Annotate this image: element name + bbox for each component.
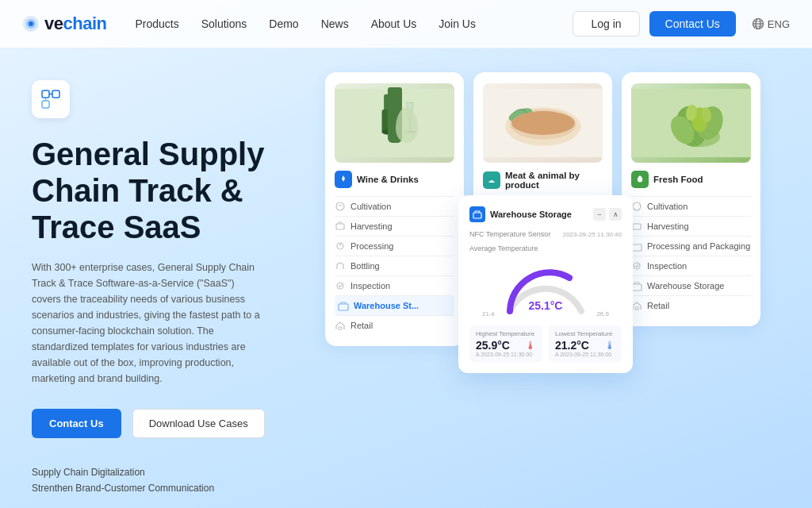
fresh-item-6: Retail xyxy=(631,295,751,315)
contact-hero-button[interactable]: Contact Us xyxy=(32,409,121,438)
hero-buttons: Contact Us Download Use Cases xyxy=(32,409,301,438)
svg-rect-8 xyxy=(42,90,49,98)
sensor-label: NFC Temperature Sensor xyxy=(469,230,550,238)
wine-retail: Retail xyxy=(350,321,373,330)
svg-rect-9 xyxy=(52,90,59,98)
thermometer-high-icon: 🌡 xyxy=(525,339,536,352)
fresh-inspection: Inspection xyxy=(647,261,687,271)
main-content: General Supply Chain Track & Trace SaaS … xyxy=(0,48,812,508)
svg-point-29 xyxy=(530,115,557,129)
fresh-cat-header: Fresh Food xyxy=(631,171,751,188)
fresh-cat-icon xyxy=(631,171,649,188)
meat-image-svg xyxy=(483,83,603,163)
hero-section: General Supply Chain Track & Trace SaaS … xyxy=(32,72,301,495)
wine-item-5: Inspection xyxy=(335,275,454,295)
svg-rect-19 xyxy=(336,224,344,229)
logo-icon xyxy=(22,15,40,33)
warehouse-header: Warehouse Storage − ∧ xyxy=(469,206,622,222)
fresh-image-svg xyxy=(631,83,751,163)
wine-inspection: Inspection xyxy=(350,281,390,291)
nav-item-join[interactable]: Join Us xyxy=(439,17,476,30)
highest-temp-box: Highest Temperature 25.9°C 🌡 A 2023-09-2… xyxy=(469,325,542,362)
wine-item-1: Cultivation xyxy=(335,196,454,216)
fresh-processing: Processing and Packaging xyxy=(647,241,750,251)
login-button[interactable]: Log in xyxy=(573,11,639,37)
svg-point-16 xyxy=(382,129,396,135)
hero-title: General Supply Chain Track & Trace SaaS xyxy=(32,136,301,245)
fresh-harvesting: Harvesting xyxy=(647,221,689,231)
gauge-scale: 21.4 26.9 xyxy=(469,310,622,318)
svg-rect-47 xyxy=(635,307,638,310)
thermometer-low-icon: 🌡 xyxy=(604,339,615,352)
nav-item-news[interactable]: News xyxy=(321,17,349,30)
warehouse-collapse-btn[interactable]: − xyxy=(593,208,606,221)
highest-temp-val: 25.9°C xyxy=(476,339,510,352)
download-button[interactable]: Download Use Cases xyxy=(132,409,265,438)
fresh-image xyxy=(631,83,751,163)
fresh-cultivation: Cultivation xyxy=(647,202,688,211)
warehouse-icon xyxy=(469,206,485,222)
sensor-row: NFC Temperature Sensor 2023-09-25 11:30:… xyxy=(469,230,622,238)
svg-rect-46 xyxy=(632,284,642,291)
wine-item-2: Harvesting xyxy=(335,216,454,236)
svg-point-27 xyxy=(511,110,576,140)
wine-warehouse: Warehouse St... xyxy=(354,301,419,310)
nav-item-about[interactable]: About Us xyxy=(371,17,417,30)
fresh-retail: Retail xyxy=(647,301,669,310)
svg-point-18 xyxy=(336,202,344,210)
wine-image-svg xyxy=(335,83,454,163)
contact-nav-button[interactable]: Contact Us xyxy=(649,11,736,37)
wine-item-7: Retail xyxy=(335,315,454,335)
logo[interactable]: vechain xyxy=(22,13,106,34)
nav-actions: Log in Contact Us ENG xyxy=(573,11,790,37)
nav-item-products[interactable]: Products xyxy=(135,17,178,30)
svg-rect-13 xyxy=(335,89,454,157)
bottom-link-1[interactable]: Supply Chain Digitalization xyxy=(32,467,301,478)
wine-cat-icon xyxy=(335,171,352,188)
svg-rect-48 xyxy=(473,213,481,218)
wine-processing: Processing xyxy=(350,241,393,251)
hero-description: With 300+ enterprise cases, General Supp… xyxy=(32,260,262,387)
svg-rect-43 xyxy=(633,224,641,229)
meat-cat-title: Meat & animal by product xyxy=(505,171,603,190)
wine-harvesting: Harvesting xyxy=(350,221,393,231)
lowest-temp-label: Lowest Temperature xyxy=(555,330,615,337)
nav-links: Products Solutions Demo News About Us Jo… xyxy=(135,17,573,30)
warehouse-expand-btn[interactable]: ∧ xyxy=(609,208,622,221)
fresh-item-1: Cultivation xyxy=(631,196,751,216)
warehouse-controls: − ∧ xyxy=(593,208,622,221)
lowest-temp-box: Lowest Temperature 21.2°C 🌡 A 2023-09-25… xyxy=(549,325,622,362)
language-selector[interactable]: ENG xyxy=(752,17,790,30)
meat-image xyxy=(483,83,603,163)
avg-temp-label: Average Temperature xyxy=(469,244,622,252)
svg-rect-24 xyxy=(339,327,342,329)
wine-cat-title: Wine & Drinks xyxy=(357,175,419,184)
wine-cat-header: Wine & Drinks xyxy=(335,171,454,188)
nav-item-demo[interactable]: Demo xyxy=(269,17,298,30)
fresh-item-2: Harvesting xyxy=(631,216,751,236)
highest-temp-label: Highest Temperature xyxy=(476,330,536,337)
cards-section: Wine & Drinks Cultivation Harvesting Pro… xyxy=(301,72,780,495)
fresh-item-3: Processing and Packaging xyxy=(631,236,751,256)
sensor-time: 2023-09-25 11:30:40 xyxy=(563,231,622,238)
fresh-cat-title: Fresh Food xyxy=(653,175,703,184)
bottom-link-2[interactable]: Strenthen Brand-Customer Communication xyxy=(32,483,301,494)
navbar: vechain Products Solutions Demo News Abo… xyxy=(0,0,812,48)
lowest-temp-date: A 2023-09-25 11:30:00 xyxy=(555,352,615,357)
wine-card: Wine & Drinks Cultivation Harvesting Pro… xyxy=(325,72,464,346)
wine-item-3: Processing xyxy=(335,236,454,256)
meat-cat-header: Meat & animal by product xyxy=(483,171,603,190)
fresh-item-4: Inspection xyxy=(631,256,751,275)
warehouse-title: Warehouse Storage xyxy=(490,210,572,219)
svg-rect-10 xyxy=(42,101,49,108)
svg-rect-23 xyxy=(339,304,348,310)
temperature-readings: Highest Temperature 25.9°C 🌡 A 2023-09-2… xyxy=(469,325,622,362)
logo-text: vechain xyxy=(44,13,106,34)
nav-item-solutions[interactable]: Solutions xyxy=(201,17,247,30)
scale-low: 21.4 xyxy=(482,310,495,318)
supply-chain-icon xyxy=(40,88,62,110)
globe-icon xyxy=(752,17,764,30)
gauge-svg: 25.1°C xyxy=(498,256,593,319)
warehouse-popup: Warehouse Storage − ∧ NFC Temperature Se… xyxy=(458,195,633,373)
meat-cat-icon xyxy=(483,171,500,189)
